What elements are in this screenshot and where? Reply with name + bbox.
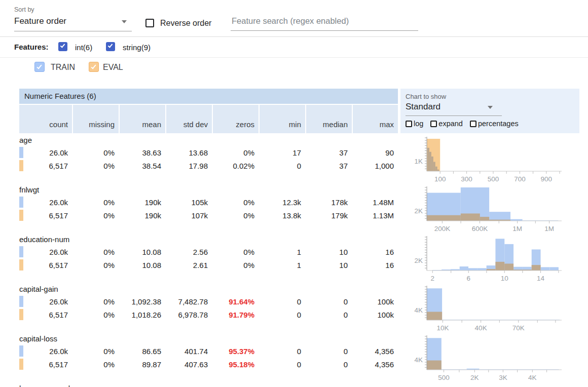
stat-cell: 0 [306, 344, 352, 358]
stat-cell: 26.0k [19, 146, 72, 159]
feature-name: capital-loss [19, 334, 57, 343]
stat-cell: 178k [306, 196, 352, 209]
stat-cell: 0% [213, 258, 259, 272]
feature-block-capital-gain: capital-gain26.0k0%1,092.387,482.7891.64… [19, 285, 579, 334]
chart-option-checkboxes: log expand percentages [406, 120, 519, 128]
stat-cell: 38.54 [120, 159, 165, 172]
stat-cell: 13.8k [260, 209, 305, 222]
stat-cell: 7,482.78 [166, 295, 212, 308]
stat-cell: 0 [306, 358, 352, 371]
facets-overview-app: { "toolbar": { "sort_by_label": "Sort by… [0, 0, 588, 387]
svg-text:1K: 1K [414, 158, 423, 165]
stat-cell: 1 [260, 258, 305, 272]
percentages-label: percentages [478, 120, 519, 128]
chart-type-select[interactable]: Standard [406, 102, 502, 116]
stat-cell: 0 [306, 308, 352, 321]
stat-cell: 401.74 [166, 344, 212, 358]
check-icon [91, 63, 96, 69]
eval-swatch [19, 160, 23, 171]
stat-cell: 0 [260, 344, 305, 358]
feature-name: age [19, 136, 32, 144]
svg-text:70K: 70K [512, 324, 525, 332]
svg-text:4K: 4K [414, 306, 423, 314]
stat-cell: 1,092.38 [120, 295, 165, 308]
svg-text:500: 500 [438, 374, 450, 381]
stat-cell: 26.0k [19, 344, 72, 358]
histogram-fnlwgt: 2K200K600K1M1M [400, 185, 579, 234]
train-dataset-checkbox[interactable] [34, 62, 45, 72]
stat-cell: 0% [73, 344, 119, 358]
stat-row-train: 26.0k0%190k105k0%12.3k178k1.48M [19, 196, 398, 209]
stat-cell: 13.68 [166, 146, 212, 159]
sort-by-select[interactable]: Feature order [14, 16, 132, 31]
feature-name: education-num [19, 235, 69, 244]
column-header-missing: missing [73, 105, 119, 133]
eval-swatch [19, 309, 23, 320]
svg-text:40K: 40K [475, 324, 487, 332]
feature-search-input[interactable] [231, 14, 418, 31]
stat-cell: 0 [306, 295, 352, 308]
svg-text:2K: 2K [470, 374, 479, 381]
stat-cell: 6,517 [19, 358, 72, 371]
train-swatch [19, 246, 23, 257]
log-checkbox[interactable] [406, 121, 412, 127]
eval-dataset-checkbox[interactable] [89, 62, 99, 72]
filter-int-label: int(6) [75, 43, 92, 52]
log-label: log [414, 120, 423, 128]
stat-cell: 6,978.78 [166, 308, 212, 321]
stat-cell: 91.79% [213, 308, 259, 321]
train-dataset-label: TRAIN [51, 63, 75, 72]
stat-cell: 10 [306, 245, 352, 258]
stat-cell: 16 [353, 258, 398, 272]
stat-cell: 12.3k [260, 196, 305, 209]
histogram-capital-loss: 4K5002K3K4K [400, 334, 579, 383]
check-icon [36, 63, 42, 69]
stat-cell: 179k [306, 209, 352, 222]
filter-int-checkbox[interactable] [58, 42, 67, 51]
stat-cell: 0% [73, 245, 119, 258]
column-header-std-dev: std dev [166, 105, 212, 133]
stat-cell: 0% [73, 258, 119, 272]
stat-cell: 0% [73, 159, 119, 172]
stat-cell: 100k [353, 308, 398, 321]
stat-cell: 0% [73, 308, 119, 321]
stat-cell: 26.0k [19, 196, 72, 209]
feature-block-education-num: education-num26.0k0%10.082.560%110166,51… [19, 235, 579, 285]
column-header-count: count [19, 105, 72, 133]
column-header-zeros: zeros [213, 105, 259, 133]
stat-row-eval: 6,5170%38.5417.980.02%0371,000 [19, 159, 398, 172]
eval-swatch [19, 359, 23, 370]
stat-cell: 37 [306, 159, 352, 172]
percentages-option: percentages [470, 120, 519, 128]
chart-type-value: Standard [406, 102, 440, 111]
column-header-median: median [306, 105, 352, 133]
reverse-order-checkbox[interactable] [145, 19, 154, 27]
percentages-checkbox[interactable] [470, 121, 476, 127]
stat-cell: 0 [260, 159, 305, 172]
svg-text:4K: 4K [528, 374, 537, 381]
stat-cell: 107k [166, 209, 212, 222]
svg-text:900: 900 [541, 175, 553, 183]
stat-cell: 17.98 [166, 159, 212, 172]
stat-row-train: 26.0k0%38.6313.680%173790 [19, 146, 398, 159]
stat-row-eval: 6,5170%1,018.266,978.7891.79%00100k [19, 308, 398, 321]
stat-cell: 1.13M [353, 209, 398, 222]
features-filter-row: Features: int(6) string(9) [0, 37, 588, 58]
stat-cell: 407.63 [166, 358, 212, 371]
stat-cell: 1,000 [353, 159, 398, 172]
sort-by-value: Feature order [14, 16, 66, 26]
stat-cell: 26.0k [19, 295, 72, 308]
stat-row-train: 26.0k0%1,092.387,482.7891.64%00100k [19, 295, 398, 308]
stat-cell: 0% [73, 358, 119, 371]
stat-cell: 1 [260, 245, 305, 258]
check-icon [60, 43, 65, 48]
column-header-max: max [353, 105, 398, 133]
expand-checkbox[interactable] [430, 121, 437, 127]
filter-string-checkbox[interactable] [106, 42, 115, 51]
stat-row-eval: 6,5170%10.082.610%11016 [19, 258, 398, 272]
chart-to-show-label: Chart to show [406, 93, 446, 100]
svg-text:2K: 2K [414, 257, 423, 264]
train-swatch [19, 296, 23, 307]
stat-cell: 1,018.26 [120, 308, 165, 321]
log-option: log [406, 120, 423, 128]
